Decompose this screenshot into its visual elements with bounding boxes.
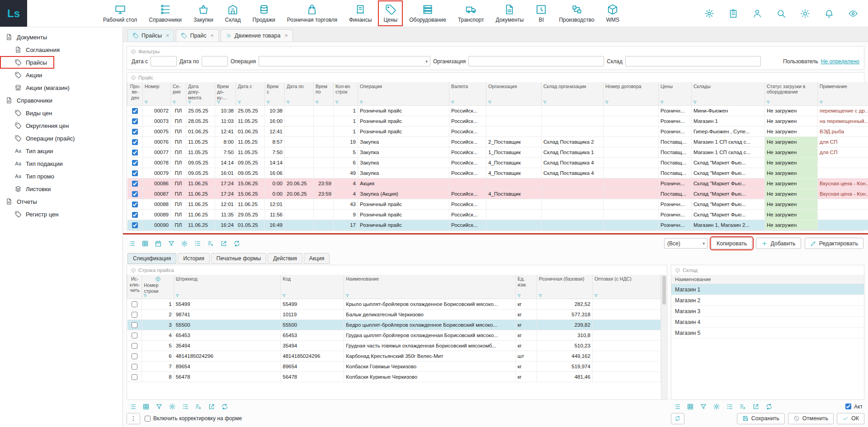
- add-button[interactable]: Добавить: [756, 238, 801, 249]
- edit-button[interactable]: Редактировать: [805, 238, 863, 249]
- list-plus-button[interactable]: [207, 240, 214, 247]
- exclude-checkbox[interactable]: [132, 333, 137, 338]
- nav-item-retail[interactable]: Розничная торговля: [281, 0, 343, 27]
- row-posted-checkbox[interactable]: [132, 170, 138, 176]
- column-header[interactable]: Организация: [486, 82, 542, 106]
- view-details-button[interactable]: [674, 403, 681, 410]
- nav-item-warehouse[interactable]: Склад: [219, 0, 247, 27]
- exclude-checkbox[interactable]: [132, 343, 137, 349]
- gear-button[interactable]: [181, 240, 188, 247]
- column-header[interactable]: Врем до- ку-...: [215, 82, 236, 106]
- table-row[interactable]: 35550055500Бедро цыплят-бройлеров охлажд…: [127, 319, 661, 330]
- exclude-checkbox[interactable]: [132, 374, 137, 380]
- nav-item-wms[interactable]: WMS: [600, 0, 625, 27]
- column-header[interactable]: Ис- клю- чить: [127, 275, 142, 299]
- sidebar-item-agreements[interactable]: Соглашения: [0, 43, 123, 56]
- tab-actions[interactable]: Действия: [268, 253, 302, 264]
- gear-button[interactable]: [169, 403, 176, 410]
- row-posted-checkbox[interactable]: [132, 222, 138, 228]
- store-row[interactable]: Магазин 5: [671, 328, 864, 338]
- doc-tab-price[interactable]: Прайс×: [176, 29, 218, 42]
- scrollbar-thumb[interactable]: [662, 276, 666, 305]
- view-grid-button[interactable]: [142, 403, 150, 410]
- collapse-icon[interactable]: [131, 267, 136, 273]
- sidebar-item-prices[interactable]: Прайсы: [0, 56, 54, 69]
- column-header[interactable]: Дата по: [285, 82, 314, 106]
- row-posted-checkbox[interactable]: [132, 150, 138, 155]
- store-row[interactable]: Магазин 2: [671, 295, 864, 306]
- cancel-button[interactable]: Отменить: [788, 413, 834, 424]
- nav-item-prices[interactable]: Цены: [377, 0, 403, 27]
- external-button[interactable]: [220, 240, 227, 247]
- nav-item-catalogs[interactable]: Справочники: [143, 0, 188, 27]
- refresh-button[interactable]: [233, 240, 241, 247]
- exclude-checkbox[interactable]: [132, 364, 137, 370]
- nav-item-transport[interactable]: Транспорт: [452, 0, 490, 27]
- store-row[interactable]: Магазин 3: [671, 306, 864, 317]
- user-link[interactable]: Не определено: [821, 58, 859, 65]
- table-row[interactable]: 53549435494Грудная часть говяжья охлажде…: [127, 340, 661, 351]
- collapse-icon[interactable]: [675, 267, 680, 273]
- visibility-button[interactable]: [848, 9, 858, 19]
- table-row[interactable]: 46545365453Грудка цыплят-бройлеров охлаж…: [127, 330, 661, 340]
- nav-item-finance[interactable]: Финансы: [343, 0, 377, 27]
- row-posted-checkbox[interactable]: [132, 108, 138, 114]
- search-button[interactable]: [776, 9, 786, 19]
- num-list-button[interactable]: [726, 403, 733, 410]
- column-header[interactable]: Склады: [692, 82, 765, 106]
- sidebar-item-price-register[interactable]: Регистр цен: [0, 208, 123, 221]
- column-header[interactable]: Врем по: [314, 82, 334, 106]
- filter-select[interactable]: (Все): [664, 238, 708, 249]
- sidebar-item-promos[interactable]: Акции: [0, 69, 123, 81]
- enable-adjustment-checkbox[interactable]: [145, 416, 151, 422]
- store-column-header[interactable]: Наименование: [671, 275, 864, 284]
- sidebar-item-leaflets[interactable]: Листовки: [0, 183, 123, 195]
- nav-item-production[interactable]: Производство: [553, 0, 600, 27]
- column-header[interactable]: Оптовая (с НДС): [592, 275, 660, 299]
- close-tab-icon[interactable]: ×: [211, 33, 214, 39]
- column-header[interactable]: Номер строки: [142, 275, 174, 299]
- doc-tab-goods-movement[interactable]: Движение товара×: [221, 29, 293, 42]
- table-row[interactable]: 78965489654Колбаски Говяжьи Черкизовокг5…: [127, 361, 661, 371]
- row-posted-checkbox[interactable]: [132, 118, 138, 124]
- exclude-checkbox[interactable]: [132, 312, 137, 318]
- save-button[interactable]: Сохранить: [737, 413, 785, 424]
- column-header[interactable]: Ед. изм.: [515, 275, 537, 299]
- collapse-icon[interactable]: [131, 75, 136, 80]
- tab-print-forms[interactable]: Печатные формы: [211, 253, 266, 264]
- sidebar-item-price-rounding[interactable]: Округления цен: [0, 119, 123, 132]
- nav-item-documents[interactable]: Документы: [490, 0, 530, 27]
- column-header[interactable]: Кол-во строк: [334, 82, 358, 106]
- table-row[interactable]: 00075ПЛ01.06.2512:4101.06.2512:411Рознич…: [127, 127, 868, 137]
- exclude-checkbox[interactable]: [132, 353, 137, 359]
- row-posted-checkbox[interactable]: [132, 202, 138, 207]
- column-header[interactable]: Се- рия: [171, 82, 186, 106]
- sidebar-item-price-kinds[interactable]: Виды цен: [0, 107, 123, 119]
- column-header[interactable]: Дата доку- мента: [186, 82, 215, 106]
- external-button[interactable]: [752, 403, 760, 410]
- table-row[interactable]: 00089ПЛ11.06.2511:3529.05.2511:569Рознич…: [127, 210, 868, 220]
- store-row[interactable]: Магазин 1: [671, 284, 864, 295]
- sidebar-section-catalogs[interactable]: Справочники: [0, 94, 123, 107]
- column-header[interactable]: Склад организации: [542, 82, 604, 106]
- num-list-button[interactable]: [194, 240, 201, 247]
- user-button[interactable]: [752, 9, 762, 19]
- sidebar-section-documents[interactable]: Документы: [0, 31, 123, 43]
- sidebar-item-promos-store[interactable]: Акции (магазин): [0, 81, 123, 94]
- row-posted-checkbox[interactable]: [132, 191, 138, 197]
- row-posted-checkbox[interactable]: [132, 181, 138, 187]
- collapse-icon[interactable]: [131, 49, 136, 54]
- close-tab-icon[interactable]: ×: [284, 33, 288, 39]
- row-posted-checkbox[interactable]: [132, 139, 138, 145]
- column-header[interactable]: Код: [281, 275, 344, 299]
- brightness-button[interactable]: [800, 9, 810, 19]
- list-plus-button[interactable]: [195, 403, 202, 410]
- notifications-button[interactable]: [824, 9, 834, 19]
- ok-button[interactable]: ОК: [837, 413, 864, 424]
- external-button[interactable]: [208, 403, 215, 410]
- table-row[interactable]: 00077ПЛ11.05.257:5011.05.257:505ЗакупкаР…: [127, 147, 868, 158]
- tab-promo[interactable]: Акция: [304, 253, 330, 264]
- nav-item-desktop[interactable]: Рабочий стол: [97, 0, 143, 27]
- organization-input[interactable]: [468, 56, 604, 66]
- settings-button[interactable]: [704, 9, 714, 19]
